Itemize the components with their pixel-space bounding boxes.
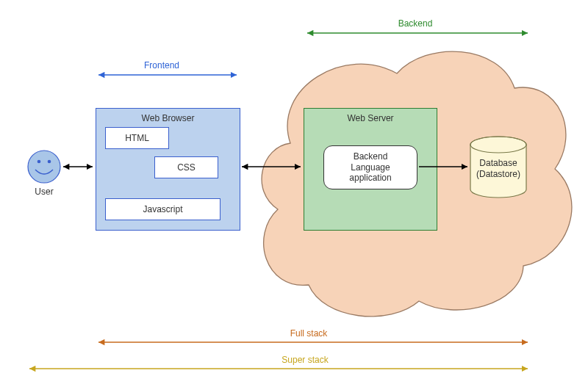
super-stack-arrow-icon [0,0,588,376]
diagram-canvas: User Web Browser HTML CSS Javascript Web… [0,0,588,376]
